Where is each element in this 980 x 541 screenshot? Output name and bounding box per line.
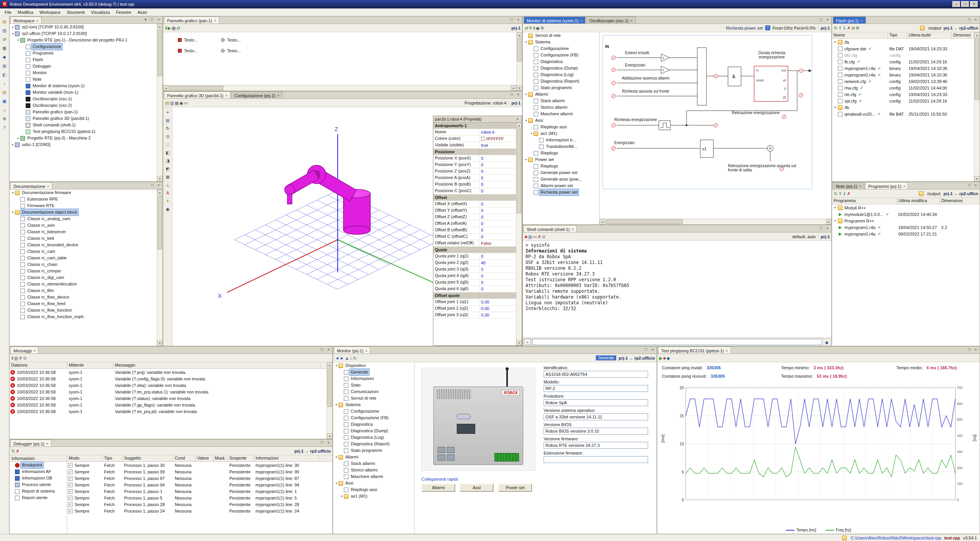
property-row[interactable]: Quota joint 1 (qj1)0 (433, 253, 516, 260)
property-group[interactable]: Posizione (433, 149, 516, 155)
tree-item[interactable]: Stato (333, 382, 408, 388)
tab-monitor[interactable]: Monitor (prj-1)× (334, 347, 370, 353)
tab-note[interactable]: Note (prj-1)× (833, 182, 864, 189)
quick-link-button[interactable]: Allarmi (421, 484, 455, 492)
tree-item[interactable]: Classe rc_flow_feed (10, 300, 163, 307)
tree-item[interactable]: Diagnostica (Dump) (333, 428, 408, 434)
scrollbar-vertical[interactable]: ▴▾ (327, 362, 332, 439)
search-icon[interactable]: ⊙ (542, 234, 546, 239)
pan3d-icon[interactable]: ◧ (1, 71, 8, 77)
print-icon[interactable]: ▭ (184, 100, 188, 106)
menu-item-file[interactable]: File (2, 9, 15, 15)
property-row[interactable]: Quota joint 6 (qj6)0 (433, 286, 516, 292)
table-row[interactable]: ▶mymodule1@1.0.0...✓02/02/2022 14:40:34 (832, 211, 980, 217)
tab-pan1[interactable]: Pannello grafico (pan-1)× (164, 17, 219, 23)
tree-item[interactable]: Oscilloscopio (osc-1) (10, 96, 163, 102)
tree-item[interactable]: Monitor variabili (mon-1) (10, 89, 163, 96)
property-row[interactable]: Offset Z (offsetZ)0 (433, 214, 516, 221)
table-row[interactable]: network.cfg✓config19/02/2021 13:39:46 (832, 78, 974, 85)
tab-close-icon[interactable]: × (36, 19, 38, 23)
tab-close-icon[interactable]: × (214, 19, 216, 23)
table-row[interactable]: fb.cfg✓config11/02/2021 14:29:16 (832, 58, 974, 65)
upload-icon[interactable]: ⇑ (838, 25, 842, 31)
open-icon[interactable]: ▤ (165, 100, 169, 106)
tree-item[interactable]: ▸usbc-1 [COM3] (10, 141, 163, 148)
tree-item[interactable]: Firmware RTE (10, 202, 163, 209)
property-group[interactable]: Antropomorfo 1 (433, 123, 516, 129)
table-row[interactable]: ✓SempreFetchProcesso 1, passo 28NessunaP… (67, 501, 332, 508)
property-row[interactable]: Offset A (offsetA)0 (433, 221, 516, 227)
shell-icon[interactable]: › (1, 80, 8, 86)
table-row[interactable]: myprogram2.r4a✓binary19/04/2021 14:10:36 (832, 71, 974, 78)
column-header[interactable]: Valore (196, 455, 213, 461)
table-row[interactable]: ✓SempreFetchProcesso 1, passo 94NessunaP… (67, 481, 332, 488)
field-value[interactable]: Robox RTE versione 34.27.3 (544, 442, 648, 449)
tree-item[interactable]: Debugger (10, 63, 163, 70)
property-row[interactable]: Offset joint 3 (oj3)0.00 (433, 312, 516, 319)
grid-icon[interactable]: ▦ (164, 173, 171, 179)
property-row[interactable]: Posizione X (posX)0 (433, 155, 516, 162)
tree-item[interactable]: ▾Progetto RTE (prj-1) - Descrizione del … (10, 37, 163, 43)
quick-link-button[interactable]: Assi (460, 484, 494, 492)
tab-messaggi[interactable]: Messaggi× (10, 347, 38, 353)
property-row[interactable]: Offset B (offsetB)0 (433, 227, 516, 234)
table-row[interactable]: myprogram1.r4a✓binary19/04/2021 14:10:36 (832, 65, 974, 71)
tree-item[interactable]: Diagnostica (Log) (523, 71, 594, 78)
tree-item[interactable]: Processi utente (10, 481, 67, 488)
tree-item[interactable]: Classe rc_cam_table (10, 255, 163, 261)
tree-item[interactable]: Test ping/pong BCC/31 (pptest-1) (10, 128, 163, 135)
tab-close-icon[interactable]: × (630, 19, 632, 23)
tree-item[interactable]: ▾Documentazione firmware (10, 189, 163, 196)
net-icon[interactable]: ⇄ (1, 36, 8, 42)
close-icon[interactable]: × (326, 347, 331, 352)
tree-item[interactable]: ▾Allarmi (333, 454, 408, 460)
download-icon[interactable]: ⇓ (842, 191, 846, 196)
tree-item[interactable]: ▾Sistema (523, 39, 594, 45)
tree-item[interactable]: Pannello grafico 3D (pan3d-1) (10, 115, 163, 122)
property-row[interactable]: Quota joint 3 (qj3)0 (433, 266, 516, 273)
tree-item[interactable]: Classe rc_bdeserver (10, 229, 163, 235)
field-value[interactable]: AS1018.002-A062754 (544, 371, 648, 378)
tree-item[interactable]: Diagnostica (Log) (333, 434, 408, 441)
column-header[interactable]: Cond (173, 455, 196, 461)
fwd-icon[interactable]: ► (340, 355, 345, 361)
column-header[interactable]: Mittente (67, 362, 113, 368)
tab-system-monitor[interactable]: Monitor di sistema (sysm-1)× (524, 17, 585, 23)
panel-item[interactable]: Testo... (178, 38, 197, 42)
refresh-icon[interactable]: ↻ (834, 25, 838, 31)
download-icon[interactable]: ⇓ (842, 25, 846, 31)
table-row[interactable]: ×10/03/2022 10:36:58sysm-1Variabile (?.e… (10, 382, 327, 388)
view-side-icon[interactable]: ◨ (164, 157, 171, 163)
table-row[interactable]: df1.cfgconfig (832, 52, 974, 58)
column-header[interactable]: Mask (213, 455, 228, 461)
tab-shell[interactable]: Shell comandi (shell-1)× (524, 225, 577, 232)
tab-programmi[interactable]: Programmi (prj-1)× (865, 182, 908, 189)
float-icon[interactable]: □ (818, 226, 824, 231)
camera-icon[interactable]: ◉ (536, 25, 540, 31)
grid-icon[interactable]: ▦ (1, 45, 8, 51)
close-icon[interactable]: × (973, 183, 978, 188)
tab-close-icon[interactable]: × (903, 184, 905, 188)
tree-item[interactable]: Servizi di rete (333, 395, 408, 402)
close-icon[interactable]: × (825, 17, 830, 22)
tree-item[interactable]: ▾Allarmi (523, 91, 594, 98)
tree-item[interactable]: Classe rc_flow_function (10, 307, 163, 314)
float-icon[interactable]: □ (818, 17, 824, 22)
tree-item[interactable]: Classe rc_belt (10, 235, 163, 242)
tree-item[interactable]: Classe rc_axis (10, 222, 163, 229)
tree-item[interactable]: Riepilogo (523, 150, 594, 156)
tree-item[interactable]: Classe rc_film (10, 287, 163, 294)
tree-item[interactable]: Informazioni b... (523, 137, 594, 143)
tab-pan3d[interactable]: Pannello grafico 3D (pan3d-1)× (164, 91, 230, 98)
column-header[interactable]: Ultima build (907, 32, 952, 38)
property-group[interactable]: Quote (433, 247, 516, 253)
property-group[interactable]: Offset (433, 194, 516, 201)
scrollbar-vertical[interactable]: ▴▾ (974, 32, 980, 181)
tree-item[interactable]: Allarmi power set (523, 183, 594, 189)
del-icon[interactable]: ✗ (847, 191, 851, 196)
gear-icon[interactable]: ⚙ (540, 25, 545, 31)
panel-item[interactable]: Testo... (221, 38, 240, 42)
help-icon[interactable]: ? (1, 124, 8, 130)
close-button[interactable]: × (970, 1, 978, 7)
field-value[interactable]: Robox BIOS versione 3.0.10 (544, 428, 648, 435)
